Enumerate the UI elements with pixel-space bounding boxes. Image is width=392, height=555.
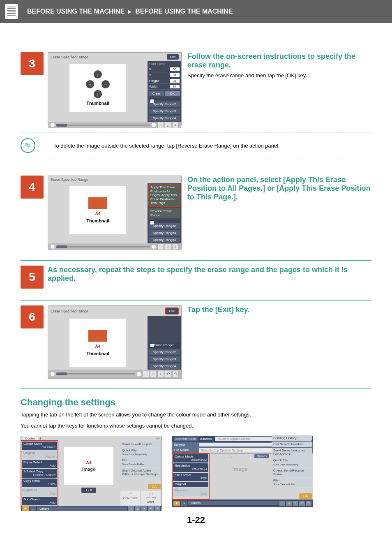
specify-range3[interactable]: Specify Range3 (149, 109, 180, 114)
a4-label: A4 (95, 211, 101, 216)
thumbnail-label: Thumbnail (86, 351, 109, 356)
check-send-status[interactable]: Check Send/Receive Status (272, 468, 312, 477)
others-button[interactable]: Others (37, 506, 127, 511)
zoom-out-button[interactable]: − (128, 506, 134, 511)
specify-range4[interactable]: Specify Range4 (149, 237, 180, 243)
zoom-icon[interactable]: ⌕ (150, 371, 157, 377)
zoom-in-button[interactable]: + (172, 122, 179, 128)
specify-range4[interactable]: Specify Range4 (149, 363, 180, 369)
send-same-image[interactable]: Send Same Image as Fax Address (272, 448, 312, 457)
call-search-number[interactable]: Call Search Number (272, 442, 312, 447)
step-5: 5 As necessary, repeat the steps to spec… (21, 260, 371, 289)
resolution-item[interactable]: Resolution200x200dpi (173, 463, 208, 472)
zoom-in-button[interactable]: + (157, 371, 164, 377)
quick-file[interactable]: Quick FileStore Data Temporarily (272, 458, 312, 467)
specify-range2[interactable]: Specify Range2 (149, 349, 180, 355)
copy-ratio-item[interactable]: Copy Ratio100% (22, 479, 57, 487)
ca-button[interactable]: CA (148, 484, 161, 489)
nav-prev-icon[interactable] (51, 372, 55, 376)
page-slider[interactable] (56, 125, 150, 126)
scan-again[interactable]: Scan Original Again Without change Setti… (120, 468, 161, 477)
page-number: 1-22 (21, 515, 371, 525)
undo-button[interactable]: ↶ (165, 371, 171, 377)
exit-button[interactable]: Exit (167, 54, 179, 60)
colour-mode-item[interactable]: Colour ModeFull Colour (22, 442, 57, 450)
zoom-out-button[interactable]: − (279, 501, 285, 506)
a4-label: A4 (86, 460, 92, 465)
file-store[interactable]: FileStore Data in Folder (272, 478, 312, 487)
thumbnail-label: Thumbnail (86, 218, 109, 223)
erase-range1[interactable]: Erase Range1 (149, 342, 180, 348)
others-button[interactable]: Others (188, 501, 279, 505)
zoom-out-button[interactable]: − (157, 122, 164, 128)
nav-prev-icon[interactable] (51, 245, 55, 249)
bw-start-button[interactable]: ◯B/W Start (120, 491, 140, 505)
expand-icon[interactable]: ⌄ (30, 506, 36, 511)
undo-button[interactable]: ↶ (299, 501, 305, 506)
colour-start-button[interactable]: ◯Colour Start (141, 491, 161, 505)
specify-range1[interactable] (149, 98, 180, 100)
y-value[interactable]: 31 (170, 73, 180, 77)
shot-title: Erase Specified Range (51, 55, 88, 59)
expand-icon[interactable]: ⌄ (181, 501, 187, 506)
paper-select-item[interactable]: Paper SelectAuto (22, 460, 57, 468)
zoom-icon[interactable]: ⌕ (286, 501, 292, 506)
specify-range3[interactable]: Specify Range3 (149, 230, 180, 236)
ca-button[interactable]: CA (299, 493, 312, 499)
breadcrumb-section-a: BEFORE USING THE MACHINE (27, 8, 125, 15)
step-6: 6 Erase Specified Range Exit A4 Thumbnai… (21, 300, 371, 379)
x-label: X (149, 67, 151, 71)
favourite-icon[interactable]: ★ (22, 506, 29, 511)
favourite-icon[interactable]: ★ (173, 501, 180, 506)
two-sided-copy-item[interactable]: 2-Sided Copy1-Sided→1-Sided (22, 469, 57, 477)
redo-button[interactable]: ↷ (154, 506, 160, 511)
page-slider[interactable] (56, 246, 150, 247)
specify-range4[interactable]: Specify Range4 (149, 116, 180, 121)
shot-title: Erase Specified Range (51, 178, 88, 182)
zoom-out-button[interactable]: − (157, 243, 164, 250)
ok-button[interactable]: OK (165, 91, 180, 96)
zoom-icon[interactable]: ⌕ (165, 122, 171, 128)
nav-next-icon[interactable] (137, 372, 141, 376)
zoom-icon[interactable]: ⌕ (165, 243, 171, 250)
colour-mode-item[interactable]: Colour ModeAuto/Mono2 (173, 454, 208, 462)
specify-range3[interactable]: Specify Range3 (149, 356, 180, 362)
nav-prev-icon[interactable] (51, 123, 55, 127)
quick-file[interactable]: Quick FileStore Data Temporarily (120, 448, 161, 457)
file-store[interactable]: FileStore Data in Folder (120, 458, 161, 467)
copies-tab[interactable]: Copies (23, 436, 38, 441)
apply-erase-action[interactable]: Apply This Erase Position to All Pages. … (149, 184, 180, 206)
send-as-print[interactable]: Send as well as print (120, 442, 161, 447)
original-item[interactable]: Original (173, 482, 208, 487)
zoom-in-button[interactable]: + (172, 243, 179, 250)
redo-button[interactable]: ↷ (306, 501, 311, 506)
page-slider[interactable] (56, 373, 135, 375)
sort-group-item[interactable]: Sort/GroupAuto (22, 497, 57, 505)
redo-button[interactable]: ↷ (172, 371, 179, 377)
zoom-out-button[interactable]: − (143, 371, 149, 377)
height-value[interactable]: 31 (170, 79, 180, 83)
nav-next-icon[interactable] (152, 123, 156, 127)
address-book-tab[interactable]: Address Book (174, 437, 198, 441)
exit-button[interactable]: Exit (165, 308, 179, 314)
zoom-in-button[interactable]: + (293, 501, 298, 506)
nav-next-icon[interactable] (152, 245, 156, 249)
width-value[interactable]: 97 (170, 85, 180, 88)
step-title: Follow the on-screen instructions to spe… (187, 52, 371, 69)
section-p2: You cannot tap the keys for functions wh… (21, 422, 371, 430)
reverse-erase-action[interactable]: Reverse Erase Range (149, 208, 180, 218)
options-button[interactable]: Options (254, 454, 269, 458)
specify-range1[interactable] (149, 220, 180, 222)
sending-history[interactable]: Sending History (272, 435, 312, 441)
copies-value: 1 (39, 437, 41, 440)
x-value[interactable]: 53 (170, 67, 180, 71)
file-format-item[interactable]: File FormatPDF (173, 473, 208, 481)
clear-button[interactable]: Clear (149, 91, 164, 96)
chevron-right-icon: ► (127, 8, 133, 15)
zoom-in-button[interactable]: + (141, 506, 147, 511)
zoom-icon[interactable]: ⌕ (135, 506, 141, 511)
a4-label: A4 (95, 344, 101, 349)
undo-button[interactable]: ↶ (148, 506, 154, 511)
width-label: Width (149, 85, 157, 88)
step-number: 3 (21, 52, 44, 75)
